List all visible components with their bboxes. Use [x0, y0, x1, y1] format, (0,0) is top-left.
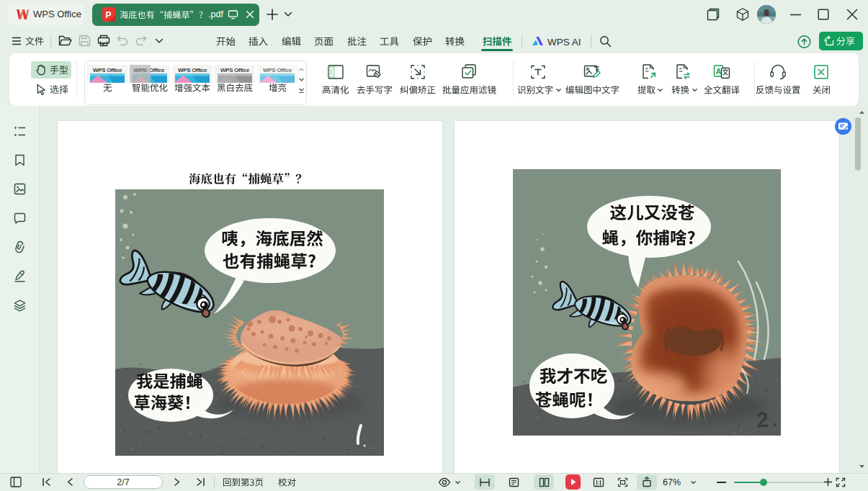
svg-text:WPS Office: WPS Office: [93, 67, 122, 73]
svg-text:WPS Office: WPS Office: [220, 67, 250, 73]
svg-text:A: A: [716, 67, 722, 76]
svg-text:WPS: WPS: [133, 67, 147, 73]
svg-text:2: 2: [756, 407, 769, 432]
svg-text:P: P: [106, 10, 112, 20]
svg-text:WPS Office: WPS Office: [178, 67, 207, 73]
